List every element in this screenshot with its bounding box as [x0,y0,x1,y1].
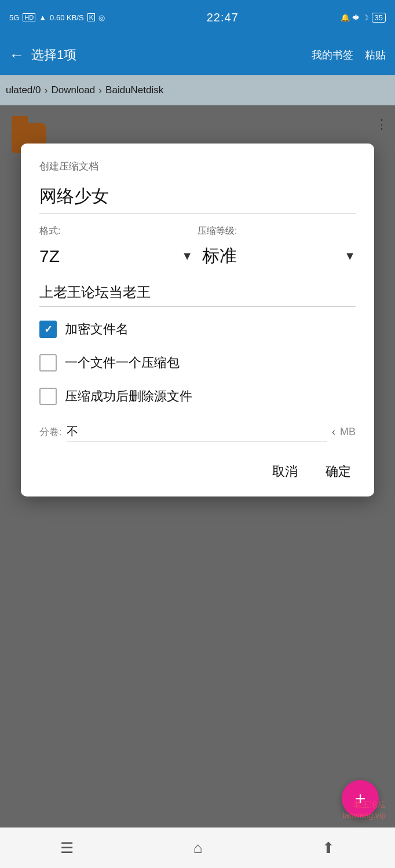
cancel-button[interactable]: 取消 [268,461,302,483]
signal-icon: 5G [9,13,19,22]
share-icon[interactable]: ⬆ [322,839,335,857]
format-label: 格式: [39,225,198,237]
home-icon[interactable]: ⌂ [193,839,203,857]
bottom-nav: ☰ ⌂ ⬆ [0,827,395,868]
paste-button[interactable]: 粘贴 [365,48,386,62]
k-icon: K [87,13,95,21]
one-file-per-archive-label: 一个文件一个压缩包 [65,354,180,372]
one-file-per-archive-row: 一个文件一个压缩包 [39,354,356,372]
app-bar: ← 选择1项 我的书签 粘贴 [0,35,395,75]
delete-source-label: 压缩成功后删除源文件 [65,388,192,405]
breadcrumb-sep-0: › [45,84,48,97]
status-bar: 5G HD ▲ 0.60 KB/S K ◎ 22:47 🔔 ✱ ☽ 35 [0,0,395,35]
hd-badge: HD [23,13,35,21]
format-value: 7Z [39,247,60,266]
split-input[interactable]: 不 [67,421,327,442]
watermark-line2: taowang.vip [342,810,386,822]
status-left: 5G HD ▲ 0.60 KB/S K ◎ [9,13,105,22]
create-archive-dialog: 创建压缩文档 网络少女 格式: 压缩等级: 7Z ▼ 标准 ▼ 上老王论坛当老王… [21,144,374,496]
level-value: 标准 [202,244,237,268]
breadcrumb-item-2[interactable]: BaiduNetdisk [105,84,163,96]
filename-input[interactable]: 网络少女 [39,185,356,214]
password-input[interactable]: 上老王论坛当老王 [39,283,356,307]
encrypt-filename-row: 加密文件名 [39,321,356,338]
watermark: 老王论坛 taowang.vip [342,799,386,822]
moon-icon: ☽ [362,13,369,22]
bell-icon: 🔔 [341,13,350,22]
breadcrumb-sep-1: › [98,84,102,97]
speed-text: 0.60 KB/S [50,13,84,22]
split-label: 分卷: [39,425,62,439]
bluetooth-icon: ✱ [353,13,359,22]
encrypt-filename-checkbox[interactable] [39,321,57,338]
level-select[interactable]: 标准 ▼ [202,241,356,271]
status-right: 🔔 ✱ ☽ 35 [341,13,386,23]
battery-text: 35 [372,13,386,23]
dialog-title: 创建压缩文档 [39,160,356,173]
status-time: 22:47 [207,11,239,24]
breadcrumb: ulated/0 › Download › BaiduNetdisk [0,75,395,105]
format-select[interactable]: 7Z ▼ [39,241,193,271]
dialog-buttons: 取消 确定 [39,461,356,483]
wifi-icon: ▲ [39,13,46,22]
split-arrow-icon[interactable]: ‹ [332,426,335,438]
one-file-per-archive-checkbox[interactable] [39,354,57,372]
back-button[interactable]: ← [9,46,24,64]
level-label: 压缩等级: [198,225,356,237]
menu-icon[interactable]: ☰ [60,839,74,857]
encrypt-filename-label: 加密文件名 [65,321,129,338]
delete-source-row: 压缩成功后删除源文件 [39,388,356,405]
delete-source-checkbox[interactable] [39,388,57,405]
breadcrumb-item-1[interactable]: Download [52,84,96,96]
format-arrow-icon: ▼ [181,249,193,263]
breadcrumb-item-0[interactable]: ulated/0 [6,84,41,96]
bookmarks-button[interactable]: 我的书签 [312,48,353,62]
select-labels-row: 格式: 压缩等级: [39,225,356,237]
selects-row: 7Z ▼ 标准 ▼ [39,241,356,271]
watermark-line1: 老王论坛 [342,799,386,811]
split-volume-row: 分卷: 不 ‹ MB [39,421,356,442]
app-bar-title: 选择1项 [31,46,305,64]
confirm-button[interactable]: 确定 [321,461,356,483]
level-arrow-icon: ▼ [344,249,356,263]
app-bar-actions: 我的书签 粘贴 [312,48,386,62]
split-unit-label: MB [340,426,356,438]
guard-icon: ◎ [98,13,105,22]
